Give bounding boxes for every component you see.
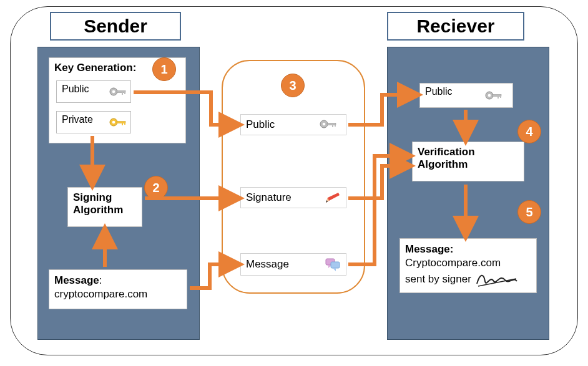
transport-message-box: Message <box>240 253 346 276</box>
signing-l2: Algorithm <box>73 204 137 216</box>
transport-signature-label: Signature <box>246 191 292 204</box>
badge-5: 5 <box>517 200 541 224</box>
chat-bubbles-icon <box>325 258 341 271</box>
receiver-public-box: Public <box>419 83 513 108</box>
sender-message-label: Message <box>54 274 99 286</box>
transport-public-box: Public <box>240 114 346 135</box>
sender-message-value: cryptocompare.com <box>54 287 182 301</box>
receiver-msg-l1: Cryptocompare.com <box>405 256 531 270</box>
receiver-message-box: Message: Cryptocompare.com sent by signe… <box>399 238 537 293</box>
pencil-icon <box>325 191 341 204</box>
transport-signature-box: Signature <box>240 187 346 208</box>
sender-public-box: Public <box>56 80 131 103</box>
sender-private-label: Private <box>62 114 93 125</box>
verification-box: Verification Algorithm <box>412 142 524 181</box>
receiver-title-text: Reciever <box>416 16 494 36</box>
key-gray-icon <box>320 118 341 131</box>
signing-box: Signing Algorithm <box>67 187 142 227</box>
transport-message-label: Message <box>246 258 289 271</box>
key-gold-icon <box>109 117 127 128</box>
sender-title: Sender <box>50 12 181 41</box>
transport-public-label: Public <box>246 118 275 131</box>
sender-message-box: Message: cryptocompare.com <box>49 269 187 309</box>
verify-l2: Algorithm <box>418 158 519 171</box>
sender-title-text: Sender <box>84 16 147 36</box>
sender-public-label: Public <box>62 84 89 94</box>
badge-3: 3 <box>281 74 305 97</box>
badge-1: 1 <box>152 57 176 81</box>
receiver-public-label: Public <box>425 86 453 97</box>
receiver-msg-label: Message: <box>405 243 531 256</box>
sender-private-box: Private <box>56 111 131 133</box>
receiver-msg-l2: sent by signer <box>405 272 471 286</box>
verify-l1: Verification <box>418 146 519 158</box>
receiver-title: Reciever <box>387 12 524 41</box>
badge-2: 2 <box>144 176 168 200</box>
badge-4: 4 <box>517 120 541 143</box>
keygen-label: Key Generation: <box>54 62 136 74</box>
key-gray-icon <box>109 86 127 97</box>
signature-icon <box>475 270 519 289</box>
key-gray-icon <box>485 90 506 102</box>
signing-l1: Signing <box>73 191 137 204</box>
